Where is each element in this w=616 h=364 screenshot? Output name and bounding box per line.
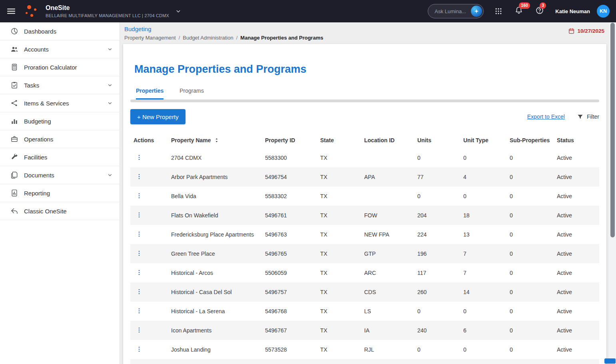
page-title: Manage Properties and Programs (134, 63, 599, 76)
status-cell: Active (557, 327, 599, 334)
column-header-actions: Actions (130, 137, 171, 143)
kebab-menu-icon[interactable] (136, 250, 143, 257)
horizontal-scrollbar-track[interactable] (130, 99, 599, 102)
sidebar-item-reporting[interactable]: Reporting (0, 184, 120, 202)
table-row: Icon Apartments5496767TXIA24060Active (130, 321, 599, 340)
tab-programs[interactable]: Programs (179, 88, 204, 99)
apps-grid-icon[interactable] (494, 7, 502, 15)
state-cell: TX (320, 231, 364, 238)
column-header-label: Unit Type (463, 137, 488, 143)
chevron-down-icon (107, 82, 113, 88)
kebab-menu-icon[interactable] (136, 326, 143, 334)
sidebar-item-items-services[interactable]: Items & Services (0, 94, 120, 112)
property-name-cell: 2704 CDMX (171, 155, 265, 161)
sidebar-item-label: Budgeting (24, 118, 51, 125)
sidebar-item-label: Accounts (24, 46, 49, 53)
scrollbar-corner-button[interactable] (604, 358, 616, 364)
dashboard-icon (10, 27, 18, 35)
sidebar-item-classic-onesite[interactable]: Classic OneSite (0, 202, 120, 220)
units-cell: 0 (417, 308, 463, 314)
sidebar-item-label: Tasks (24, 82, 39, 89)
filter-button[interactable]: Filter (577, 113, 599, 120)
property-id-cell: 5496767 (265, 327, 320, 334)
table-row: 2704 CDMX5583300TX000Active (130, 148, 599, 167)
vertical-scrollbar-track[interactable] (609, 22, 616, 364)
location-id-cell: APA (364, 174, 417, 180)
notifications-button[interactable]: 160 (514, 6, 523, 16)
status-cell: Active (557, 155, 599, 161)
breadcrumb-bar: Budgeting Property Management/Budget Adm… (120, 22, 609, 41)
property-name-cell: Fredericksburg Place Apartments (171, 231, 265, 238)
kebab-menu-icon[interactable] (136, 192, 143, 199)
location-id-cell: FOW (364, 212, 417, 219)
help-button[interactable]: 3 (535, 6, 544, 16)
user-avatar[interactable]: KN (597, 5, 610, 18)
kebab-menu-icon[interactable] (136, 288, 143, 295)
property-name-cell: Bella Vida (171, 193, 265, 199)
top-bar: OneSite BELLAIRE MULTIFAMILY MANAGEMENT … (0, 0, 616, 22)
sidebar-item-budgeting[interactable]: Budgeting (0, 112, 120, 130)
state-cell: TX (320, 308, 364, 314)
new-property-button[interactable]: + New Property (130, 109, 185, 124)
table-row: Mara Landing5521184TXMJL20480Active (130, 359, 599, 364)
kebab-menu-icon[interactable] (136, 231, 143, 238)
row-actions-cell (130, 231, 171, 239)
user-name[interactable]: Katie Neuman (555, 8, 590, 14)
sub-properties-cell: 0 (510, 193, 557, 199)
status-cell: Active (557, 231, 599, 238)
units-cell: 0 (417, 193, 463, 199)
sort-icon[interactable] (213, 137, 220, 143)
export-to-excel-link[interactable]: Export to Excel (527, 113, 565, 120)
org-switcher-chevron-icon[interactable] (175, 8, 182, 15)
units-cell: 117 (417, 270, 463, 276)
tab-properties[interactable]: Properties (136, 88, 163, 99)
location-id-cell: ARC (364, 270, 417, 276)
property-name-cell: Green Tree Place (171, 251, 265, 257)
breadcrumb-item-property-management[interactable]: Property Management (124, 35, 176, 41)
property-id-cell: 5496768 (265, 308, 320, 314)
sidebar-item-label: Reporting (24, 190, 50, 197)
kebab-menu-icon[interactable] (136, 154, 143, 161)
hamburger-menu-icon[interactable] (6, 6, 16, 16)
kebab-menu-icon[interactable] (136, 211, 143, 219)
sidebar-item-accounts[interactable]: Accounts (0, 40, 120, 58)
breadcrumb-item-budget-administration[interactable]: Budget Administration (183, 35, 233, 41)
budgeting-icon (10, 117, 18, 125)
sidebar-item-dashboards[interactable]: Dashboards (0, 22, 120, 40)
company-logo (24, 3, 39, 19)
kebab-menu-icon[interactable] (136, 346, 143, 353)
state-cell: TX (320, 327, 364, 334)
sub-properties-cell: 0 (510, 155, 557, 161)
breadcrumb-section-link[interactable]: Budgeting (124, 26, 152, 32)
unit-type-cell: 6 (463, 327, 510, 334)
table-row: Green Tree Place5496765TXGTP19670Active (130, 244, 599, 263)
table-row: Arbor Park Apartments5496754TXAPA7740Act… (130, 167, 599, 187)
unit-type-cell: 0 (463, 346, 510, 353)
sidebar-nav: DashboardsAccountsProration CalculatorTa… (0, 22, 120, 364)
column-header-units: Units (417, 137, 463, 143)
breadcrumb-separator: / (236, 35, 238, 41)
property-name-cell: Historical - La Serena (171, 308, 265, 314)
state-cell: TX (320, 212, 364, 219)
kebab-menu-icon[interactable] (136, 269, 143, 276)
sidebar-item-proration-calculator[interactable]: Proration Calculator (0, 58, 120, 76)
vertical-scrollbar-thumb[interactable] (610, 23, 615, 237)
column-header-unit-type: Unit Type (463, 137, 510, 143)
sidebar-item-label: Items & Services (24, 100, 69, 107)
items-services-icon (10, 99, 18, 107)
units-cell: 204 (417, 212, 463, 219)
row-actions-cell (130, 288, 171, 296)
unit-type-cell: 0 (463, 155, 510, 161)
sidebar-item-facilities[interactable]: Facilities (0, 148, 120, 166)
column-header-location-id: Location ID (364, 137, 417, 143)
sub-properties-cell: 0 (510, 270, 557, 276)
kebab-menu-icon[interactable] (136, 173, 143, 180)
sidebar-item-operations[interactable]: Operations (0, 130, 120, 148)
calendar-icon (568, 28, 575, 34)
sidebar-item-documents[interactable]: Documents (0, 166, 120, 184)
sub-properties-cell: 0 (510, 346, 557, 353)
property-name-cell: Icon Apartments (171, 327, 265, 334)
kebab-menu-icon[interactable] (136, 307, 143, 314)
sidebar-item-tasks[interactable]: Tasks (0, 76, 120, 94)
status-cell: Active (557, 346, 599, 353)
